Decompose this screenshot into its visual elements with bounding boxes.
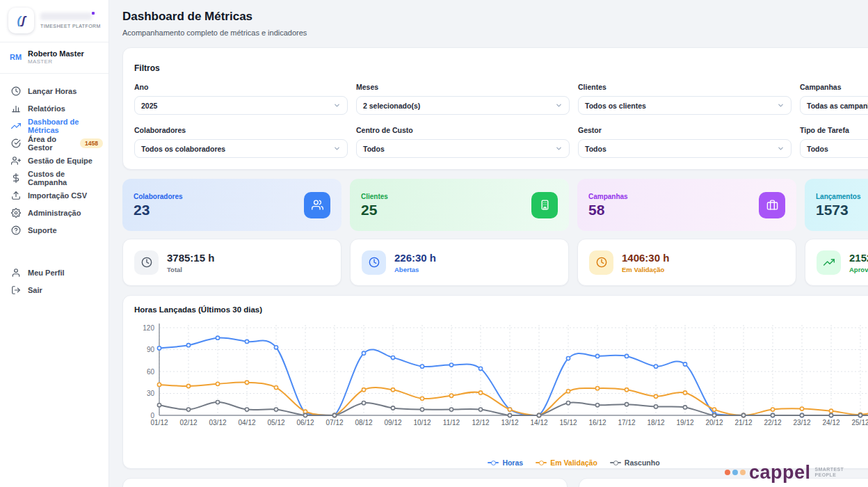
filter-select[interactable]: 2025 [134,96,348,115]
sidebar-item-area-do-gestor[interactable]: Área do Gestor 1458 [0,134,108,152]
sidebar-item-relatorios[interactable]: Relatórios [0,99,108,117]
filter-select[interactable]: Todas as campanhas [800,96,868,115]
building-icon [531,192,558,218]
filter-field: Clientes Todos os clientes [578,83,791,115]
x-tick-label: 17/12 [618,419,635,426]
filters-title: Filtros [134,63,868,73]
chevron-down-icon [777,102,785,109]
x-tick-label: 05/12 [267,419,284,426]
data-point [800,407,803,410]
user-name: Roberto Master [28,49,84,58]
sidebar-item-custos-de-campanha[interactable]: Custos de Campanha [0,169,108,186]
filter-select[interactable]: 2 selecionado(s) [356,96,570,115]
data-point [391,356,394,359]
legend-marker-icon [488,462,499,463]
card-campanhas[interactable]: Campanhas 58 [577,179,796,231]
sidebar-item-lancar-horas[interactable]: Lançar Horas [0,82,108,99]
sidebar-item-suporte[interactable]: Suporte [0,221,108,239]
data-point [303,410,307,413]
card-horas-em-validacao[interactable]: 1406:30 h Em Validação [577,239,796,286]
data-point [508,408,511,411]
filter-select[interactable]: Todos os clientes [578,96,791,115]
data-point [332,413,336,417]
summary-cards: Colaboradores 23 Clientes 25 Campanhas 5… [122,179,868,231]
cappel-wordmark: cappel [749,465,811,480]
user-icon [11,268,21,278]
brand-caption: TIMESHEET PLATFORM [40,24,102,29]
x-tick-label: 01/12 [150,419,168,426]
cappel-ring-blue [732,470,738,475]
data-point [479,408,482,411]
card-horas-total[interactable]: 3785:15 h Total [122,239,341,286]
x-tick-label: 03/12 [209,419,226,426]
sidebar-item-dashboard-metricas[interactable]: Dashboard de Métricas [0,117,108,134]
x-tick-label: 21/12 [734,419,752,426]
sidebar-nav: Lançar Horas Relatórios Dashboard de Mét… [0,74,108,298]
filter-select[interactable]: Todos os colaboradores [134,139,348,158]
filter-field: Centro de Custo Todos [356,126,570,158]
filter-field: Tipo de Tarefa Todos [800,126,868,158]
page-subtitle: Acompanhamento completo de métricas e in… [122,29,868,37]
app-logo-icon: (ʃ [8,8,34,33]
x-tick-label: 25/12 [851,419,868,426]
data-point [566,401,570,405]
sidebar-item-importacao-csv[interactable]: Importação CSV [0,186,108,204]
data-point [566,390,570,393]
data-point [625,354,628,358]
series-line [159,383,868,415]
filter-select[interactable]: Todos [356,139,570,158]
data-point [420,408,424,411]
card-horas-aprovadas[interactable]: 2152:15 h Aprovadas [805,239,868,286]
data-point [683,406,686,409]
data-point [303,413,307,417]
cappel-ring-orange [725,470,730,475]
clock-icon [11,86,21,96]
clock-icon [362,250,386,275]
legend-label: Horas [502,458,523,467]
data-point [245,340,248,343]
card-soma-horas-por-tipo: Soma de Horas por Tipo [122,478,568,487]
card-horas-abertas[interactable]: 226:30 h Abertas [350,239,569,286]
data-point [245,408,248,411]
data-point [186,408,190,411]
data-point [625,403,628,406]
filter-select[interactable]: Todos [800,139,868,158]
series-line [159,402,868,415]
gear-icon [11,208,21,218]
legend-item[interactable]: Em Validação [536,458,597,467]
card-colaboradores[interactable]: Colaboradores 23 [122,179,341,231]
card-lancamentos[interactable]: Lançamentos 1573 [805,179,868,231]
legend-item[interactable]: Horas [488,458,523,467]
x-tick-label: 12/12 [472,419,489,426]
filter-field: Campanhas Todas as campanhas [800,83,868,115]
x-tick-label: 13/12 [501,419,518,426]
sidebar-item-administracao[interactable]: Administração [0,204,108,221]
main-content: Dashboard de Métricas Acompanhamento com… [109,0,868,487]
data-point [771,413,774,417]
legend-item[interactable]: Rascunho [610,458,660,467]
x-tick-label: 24/12 [822,419,839,426]
filter-label: Gestor [578,126,791,134]
legend-label: Em Validação [550,458,597,467]
current-user[interactable]: RM Roberto Master MASTER [0,42,108,74]
sidebar-item-sair[interactable]: Sair [0,281,108,298]
data-point [391,406,394,410]
filter-label: Ano [134,83,348,91]
sidebar-item-gestao-de-equipe[interactable]: Gestão de Equipe [0,152,108,169]
filter-select[interactable]: Todos [578,139,791,158]
x-tick-label: 04/12 [238,419,255,426]
data-point [216,336,219,340]
data-point [712,408,716,411]
sidebar-item-meu-perfil[interactable]: Meu Perfil [0,264,108,281]
sidebar: (ʃ TIMESHEET PLATFORM RM Roberto Master … [0,0,109,487]
data-point [274,408,278,411]
chevron-down-icon [555,102,563,109]
briefcase-icon [759,192,785,218]
x-tick-label: 20/12 [705,419,723,426]
y-tick-label: 30 [147,390,155,397]
help-circle-icon [11,225,21,235]
brand-dot [92,12,95,15]
data-point [508,413,511,417]
card-clientes[interactable]: Clientes 25 [350,179,569,231]
data-point [479,367,482,370]
